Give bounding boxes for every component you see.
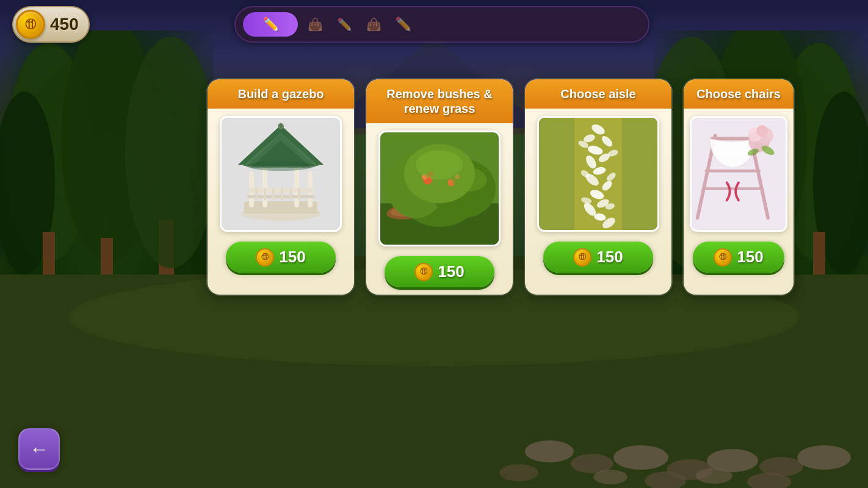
card-chairs-header: Choose chairs	[684, 79, 794, 109]
card-bushes-header: Remove bushes & renew grass	[366, 79, 513, 123]
svg-rect-37	[264, 188, 266, 200]
btn-coin-aisle: ⑪	[573, 248, 591, 267]
card-bushes-button[interactable]: ⑪ 150	[385, 256, 494, 287]
svg-rect-3	[43, 232, 55, 274]
svg-rect-48	[280, 123, 282, 129]
svg-rect-4	[101, 238, 113, 274]
svg-point-23	[499, 464, 538, 481]
step-1-icon: ✏️	[262, 16, 279, 32]
svg-point-16	[525, 440, 574, 462]
card-bushes-image	[378, 131, 501, 246]
svg-rect-32	[294, 168, 299, 207]
btn-coin-chairs: ⑪	[714, 248, 732, 267]
progress-bar: ✏️ 👜 ✏️ 👜 ✏️	[234, 6, 649, 43]
card-gazebo-button[interactable]: ⑪ 150	[226, 242, 336, 273]
card-aisle: Choose aisle	[525, 79, 671, 295]
svg-rect-39	[281, 188, 283, 200]
svg-rect-40	[289, 188, 292, 200]
card-chairs: Choose chairs	[684, 79, 794, 295]
progress-step-5: ✏️	[391, 12, 415, 37]
btn-amount-bushes: 150	[438, 262, 464, 281]
back-button[interactable]: ←	[18, 428, 60, 470]
progress-step-3: ✏️	[332, 12, 356, 37]
cards-area: Build a gazebo	[208, 79, 868, 295]
svg-rect-38	[272, 188, 275, 200]
card-gazebo-header: Build a gazebo	[208, 79, 354, 109]
svg-point-96	[756, 125, 768, 137]
trees-left	[0, 30, 214, 274]
btn-amount-gazebo: 150	[279, 248, 305, 267]
svg-point-22	[797, 445, 851, 470]
svg-rect-31	[262, 168, 267, 207]
svg-point-24	[593, 470, 627, 484]
progress-step-2: 👜	[303, 12, 327, 37]
svg-rect-36	[255, 188, 258, 200]
svg-point-46	[247, 161, 314, 171]
card-aisle-button[interactable]: ⑪ 150	[543, 242, 653, 273]
card-bushes-title: Remove bushes & renew grass	[372, 87, 507, 116]
card-gazebo-image	[220, 116, 342, 232]
svg-point-18	[613, 445, 668, 470]
card-chairs-image	[690, 116, 787, 232]
btn-amount-chairs: 150	[737, 248, 763, 267]
back-arrow-icon: ←	[29, 439, 49, 459]
svg-rect-41	[298, 188, 300, 200]
progress-step-4: 👜	[361, 12, 386, 37]
card-gazebo-title: Build a gazebo	[214, 87, 348, 101]
card-aisle-header: Choose aisle	[525, 79, 671, 109]
card-chairs-title: Choose chairs	[690, 87, 787, 101]
svg-rect-29	[244, 201, 317, 214]
card-chairs-button[interactable]: ⑪ 150	[693, 242, 784, 273]
progress-bar-container: ✏️ 👜 ✏️ 👜 ✏️	[29, 6, 856, 43]
card-aisle-image	[537, 116, 659, 232]
btn-coin-gazebo: ⑪	[256, 248, 274, 267]
card-aisle-title: Choose aisle	[531, 87, 665, 101]
svg-point-6	[125, 37, 214, 268]
btn-amount-aisle: 150	[596, 248, 623, 267]
svg-point-63	[451, 168, 486, 192]
btn-coin-bushes: ⑪	[414, 263, 433, 281]
card-gazebo: Build a gazebo	[208, 79, 354, 295]
header: ⑪ 450 ✏️ 👜 ✏️ 👜 ✏️	[0, 6, 868, 43]
card-bushes: Remove bushes & renew grass	[366, 79, 513, 295]
svg-point-26	[696, 468, 732, 484]
